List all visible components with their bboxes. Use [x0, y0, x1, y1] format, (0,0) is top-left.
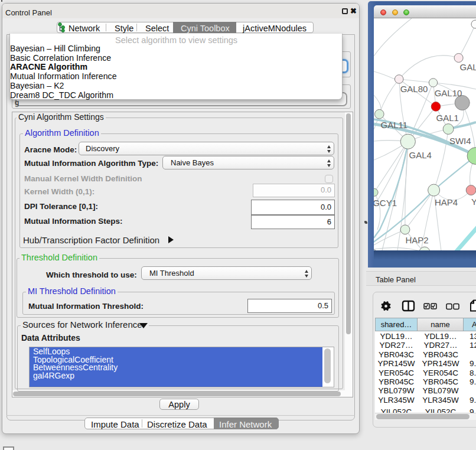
svg-text:GAL80: GAL80 [400, 84, 428, 94]
svg-text:GAL1: GAL1 [436, 113, 459, 123]
svg-text:GAL10: GAL10 [435, 88, 462, 98]
svg-text:GAL4: GAL4 [409, 150, 432, 160]
svg-text:SWI4: SWI4 [449, 136, 471, 146]
svg-text:GAL11: GAL11 [381, 120, 408, 130]
svg-text:HAP4: HAP4 [435, 197, 458, 207]
svg-text:GCY1: GCY1 [374, 198, 397, 208]
svg-text:HAP2: HAP2 [406, 235, 429, 245]
svg-text:GAL7: GAL7 [460, 62, 476, 72]
svg-text:Y: Y [471, 197, 476, 207]
